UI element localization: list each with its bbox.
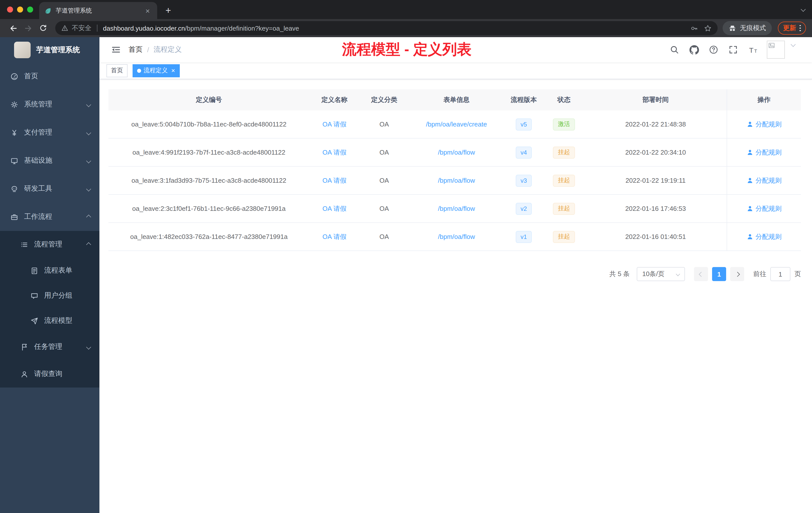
cell-deploy-time: 2022-01-16 17:46:53 [584,195,727,222]
window-controls [7,6,33,12]
sidebar-item-label: 流程管理 [34,240,62,249]
form-link[interactable]: /bpm/oa/flow [438,149,475,156]
url-path: /bpm/manager/definition?key=oa_leave [185,24,299,32]
sidebar-item-4[interactable]: 研发工具 [0,175,99,203]
tag-close-icon[interactable]: × [171,67,175,74]
version-badge: v1 [516,231,532,243]
prev-page-button[interactable] [694,267,708,281]
breadcrumb-separator: / [147,46,149,54]
version-badge: v2 [516,203,532,215]
page-content: 定义编号定义名称定义分类表单信息流程版本状态部署时间操作 oa_leave:5:… [99,79,812,513]
github-icon[interactable] [689,44,699,55]
briefcase-icon [10,213,19,221]
sidebar-item-8[interactable]: 用户分组 [0,283,99,308]
chevron-down-icon [86,186,91,191]
update-button[interactable]: 更新 [778,22,806,35]
cell-definition-id: oa_leave:2:3c1f0ef1-76b1-11ec-9c66-a2380… [109,195,309,222]
hamburger-icon[interactable] [108,41,124,58]
sidebar-item-label: 流程表单 [44,266,72,275]
fullscreen-icon[interactable] [728,44,739,55]
page-1-button[interactable]: 1 [712,267,726,281]
logo-avatar [14,41,31,58]
sidebar-item-2[interactable]: 支付管理 [0,118,99,147]
tag-process-definition[interactable]: 流程定义 × [133,64,179,77]
column-header-1: 定义名称 [309,89,359,111]
password-key-icon[interactable] [691,24,698,32]
bookmark-star-icon[interactable] [704,24,712,32]
definition-name-link[interactable]: OA 请假 [322,232,346,241]
incognito-badge: 无痕模式 [723,21,772,35]
tab-search-chevron-icon[interactable] [801,7,806,12]
column-header-7: 操作 [727,89,801,111]
assign-rule-link[interactable]: 分配规则 [747,176,782,185]
cell-definition-id: oa_leave:3:1fad3d93-7b75-11ec-a3c8-acde4… [109,167,309,194]
sidebar-item-1[interactable]: 系统管理 [0,90,99,118]
search-icon[interactable] [669,44,680,55]
font-size-icon[interactable]: TT [747,44,758,55]
logo-title: 芋道管理系统 [36,45,80,55]
cell-definition-id: oa_leave:4:991f2193-7b7f-11ec-a3c8-acde4… [109,139,309,166]
sidebar-item-7[interactable]: 流程表单 [0,258,99,283]
list-icon [20,241,29,248]
maximize-window-button[interactable] [27,6,33,12]
menu-kebab-icon[interactable] [800,25,801,31]
sidebar-item-6[interactable]: 流程管理 [0,231,99,258]
forward-button[interactable] [21,21,35,35]
sidebar-item-9[interactable]: 流程模型 [0,308,99,333]
form-link[interactable]: /bpm/oa/leave/create [426,120,487,128]
sidebar-item-label: 首页 [24,72,38,81]
assign-rule-link[interactable]: 分配规则 [747,232,782,241]
security-label[interactable]: 不安全 [72,24,91,33]
close-window-button[interactable] [7,6,13,12]
cell-definition-id: oa_leave:1:482ec033-762a-11ec-8477-a2380… [109,223,309,250]
pagination: 共 5 条 10条/页 1 前往 页 [109,267,801,281]
browser-tab[interactable]: 芋道管理系统 × [39,2,157,19]
yen-icon [10,129,19,136]
avatar-caret-icon[interactable] [791,42,796,47]
app-window: 芋道管理系统 首页系统管理支付管理基础设施研发工具工作流程流程管理流程表单用户分… [0,37,812,513]
sidebar-logo[interactable]: 芋道管理系统 [0,37,99,62]
url-domain: dashboard.yudao.iocoder.cn [103,24,185,32]
breadcrumb-current: 流程定义 [154,45,182,54]
next-page-button[interactable] [730,267,744,281]
sidebar-item-10[interactable]: 任务管理 [0,333,99,360]
form-link[interactable]: /bpm/oa/flow [438,205,475,212]
sidebar-item-5[interactable]: 工作流程 [0,203,99,231]
minimize-window-button[interactable] [17,6,23,12]
form-link[interactable]: /bpm/oa/flow [438,177,475,184]
tag-home[interactable]: 首页 [107,64,127,77]
version-badge: v3 [516,175,532,186]
form-link[interactable]: /bpm/oa/flow [438,233,475,240]
definition-name-link[interactable]: OA 请假 [322,120,346,129]
avatar[interactable] [767,41,785,59]
address-bar[interactable]: 不安全 dashboard.yudao.iocoder.cn/bpm/manag… [55,21,718,35]
sidebar-item-3[interactable]: 基础设施 [0,147,99,175]
breadcrumb-home[interactable]: 首页 [128,45,143,54]
new-tab-button[interactable]: + [161,3,175,18]
header-actions: TT [669,41,812,59]
help-icon[interactable] [708,44,719,55]
assign-rule-link[interactable]: 分配规则 [747,204,782,213]
favicon-leaf-icon [44,7,52,14]
page-size-select[interactable]: 10条/页 [637,267,685,281]
back-button[interactable] [6,21,20,35]
red-annotation: 流程模型 - 定义列表 [342,40,471,60]
sidebar-item-label: 用户分组 [44,291,72,300]
version-badge: v4 [516,146,532,158]
assign-rule-link[interactable]: 分配规则 [747,120,782,129]
goto-page-input[interactable] [770,267,790,281]
definition-name-link[interactable]: OA 请假 [322,176,346,185]
definition-name-link[interactable]: OA 请假 [322,148,346,157]
chevron-up-icon [86,214,91,219]
tab-close-icon[interactable]: × [143,6,152,15]
table-row: oa_leave:3:1fad3d93-7b75-11ec-a3c8-acde4… [109,167,801,195]
cell-definition-id: oa_leave:5:004b710b-7b8a-11ec-8ef0-acde4… [109,111,309,138]
definition-name-link[interactable]: OA 请假 [322,204,346,213]
sidebar-item-label: 基础设施 [24,156,52,165]
assign-rule-link[interactable]: 分配规则 [747,148,782,157]
sidebar-item-label: 任务管理 [34,342,62,351]
reload-button[interactable] [36,21,50,35]
update-label: 更新 [783,24,796,33]
sidebar-item-0[interactable]: 首页 [0,62,99,90]
sidebar-item-11[interactable]: 请假查询 [0,360,99,388]
